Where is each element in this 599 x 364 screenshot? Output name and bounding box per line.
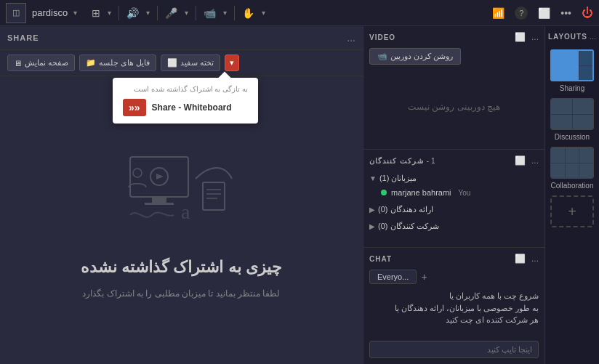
main-container: SHARE ... 🖥 صفحه نمایش 📁 فایل های جلسه ⬜… bbox=[0, 26, 599, 364]
share-illustration: a bbox=[116, 142, 246, 246]
presenters-group: ▶ ارائه دهندگان (0) bbox=[369, 203, 539, 217]
video-section: VIDEO ⬜ ... 📹 روشن کردن دوربین هیچ دوربی… bbox=[363, 26, 544, 150]
layout-collab-thumb bbox=[550, 147, 594, 179]
whiteboard-icon: ⬜ bbox=[167, 58, 177, 68]
hosts-group-header[interactable]: ▼ میزبانان (1) bbox=[369, 171, 539, 185]
camera-icon[interactable]: 📹 bbox=[204, 7, 216, 19]
layout-add-btn[interactable]: + bbox=[550, 195, 594, 227]
participants-header: شرکت کنندگان - 1 ⬜ ... bbox=[369, 155, 539, 166]
window-icon[interactable]: ⬜ bbox=[538, 7, 550, 19]
share-placeholder: a چیزی به اشتراک گذاشته نشده لطفا منتظر … bbox=[81, 142, 281, 299]
video-placeholder-text: هیچ دوربینی روشن نیست bbox=[369, 70, 539, 143]
presenters-chevron: ▶ bbox=[369, 206, 375, 214]
chat-header: CHAT ⬜ ... bbox=[369, 254, 539, 264]
participant-name: marjane bahrami bbox=[391, 188, 451, 197]
attendees-group-header[interactable]: ▶ شرکت کنندگان (0) bbox=[369, 219, 539, 233]
camera-chevron[interactable]: ▾ bbox=[223, 9, 227, 17]
share-main-text: چیزی به اشتراک گذاشته نشده bbox=[81, 258, 281, 277]
share-toolbar: 🖥 صفحه نمایش 📁 فایل های جلسه ⬜ تخته سفید… bbox=[0, 50, 363, 76]
hosts-chevron: ▼ bbox=[369, 174, 377, 182]
mic-chevron[interactable]: ▾ bbox=[185, 9, 188, 17]
app-logo: ◫ bbox=[6, 3, 26, 23]
participants-more-icon[interactable]: ... bbox=[531, 155, 539, 166]
mic-icon[interactable]: 🎤 bbox=[165, 7, 177, 19]
layout-discussion-thumb bbox=[550, 98, 594, 130]
help-icon[interactable]: ? bbox=[515, 7, 528, 20]
brand-name: pardisco bbox=[32, 7, 68, 18]
chat-actions: ⬜ ... bbox=[515, 254, 539, 264]
svg-rect-2 bbox=[145, 203, 174, 205]
share-panel: SHARE ... 🖥 صفحه نمایش 📁 فایل های جلسه ⬜… bbox=[0, 26, 363, 364]
svg-rect-1 bbox=[152, 197, 166, 203]
participants-count: - 1 bbox=[427, 157, 435, 165]
tooltip-whiteboard-item[interactable]: »» Share - Whiteboard bbox=[123, 99, 248, 116]
participants-section: شرکت کنندگان - 1 ⬜ ... ▼ میزبانان (1) ma… bbox=[363, 150, 544, 248]
participant-status-dot bbox=[381, 190, 387, 195]
more-options-icon[interactable]: ••• bbox=[560, 7, 571, 19]
chat-message-2: به طور خصوصی با میزبانان، ارائه دهندگان … bbox=[369, 302, 539, 315]
files-btn[interactable]: 📁 فایل های جلسه bbox=[79, 54, 156, 71]
layouts-title: LAYOUTS bbox=[548, 33, 587, 41]
files-icon: 📁 bbox=[86, 58, 96, 68]
chat-more-icon[interactable]: ... bbox=[531, 254, 539, 264]
layouts-panel: LAYOUTS ... Sharing Discussion bbox=[544, 26, 599, 364]
layout-discussion[interactable]: Discussion bbox=[548, 98, 596, 141]
brand-chevron[interactable]: ▾ bbox=[73, 9, 77, 17]
participant-item: marjane bahrami You bbox=[369, 185, 539, 200]
participants-layout-icon[interactable]: ⬜ bbox=[515, 155, 526, 166]
video-actions: ⬜ ... bbox=[515, 32, 539, 42]
share-header: SHARE ... bbox=[0, 26, 363, 50]
volume-chevron[interactable]: ▾ bbox=[146, 9, 150, 17]
share-title: SHARE bbox=[7, 33, 39, 42]
share-sub-text: لطفا منتظر بمانید تا میزبان مطلبی را به … bbox=[82, 288, 280, 299]
share-dropdown-tooltip: به تازگی به اشتراک گذاشته شده است »» Sha… bbox=[113, 78, 258, 124]
topbar: ◫ pardisco ▾ ⊞ ▾ 🔊 ▾ 🎤 ▾ 📹 ▾ ✋ ▾ 📶 ? ⬜ •… bbox=[0, 0, 599, 26]
chat-input-area bbox=[369, 341, 539, 358]
tooltip-item-label: Share - Whiteboard bbox=[152, 102, 232, 113]
layout-sharing-label: Sharing bbox=[560, 84, 584, 92]
power-icon[interactable]: ⏻ bbox=[582, 7, 593, 20]
hand-icon[interactable]: ✋ bbox=[242, 7, 254, 19]
chat-tabs: Everyo... + bbox=[369, 270, 539, 284]
layouts-more-btn[interactable]: ... bbox=[590, 32, 596, 41]
chat-tab-everyone[interactable]: Everyo... bbox=[369, 270, 417, 284]
layout-add[interactable]: + bbox=[548, 195, 596, 227]
layout-sharing-thumb bbox=[550, 49, 594, 81]
layout-collab-label: Collaboration bbox=[551, 182, 594, 190]
camera-btn-icon: 📹 bbox=[377, 52, 387, 61]
camera-toggle-btn[interactable]: 📹 روشن کردن دوربین bbox=[369, 48, 461, 65]
dropdown-btn[interactable]: ▾ bbox=[225, 54, 239, 71]
chat-title: CHAT bbox=[369, 255, 392, 263]
presenters-group-name: ارائه دهندگان (0) bbox=[378, 205, 433, 214]
screen-icon: 🖥 bbox=[14, 59, 22, 68]
layout-collaboration[interactable]: Collaboration bbox=[548, 147, 596, 190]
hosts-group-name: میزبانان (1) bbox=[379, 174, 417, 183]
video-more-icon[interactable]: ... bbox=[531, 32, 539, 42]
video-header: VIDEO ⬜ ... bbox=[369, 32, 539, 42]
layout-sharing[interactable]: Sharing bbox=[548, 49, 596, 92]
apps-icon[interactable]: ⊞ bbox=[92, 7, 100, 19]
chat-add-btn[interactable]: + bbox=[421, 271, 427, 283]
svg-point-8 bbox=[133, 169, 142, 177]
participants-actions: ⬜ ... bbox=[515, 155, 539, 166]
presenters-group-header[interactable]: ▶ ارائه دهندگان (0) bbox=[369, 203, 539, 217]
attendees-chevron: ▶ bbox=[369, 222, 375, 230]
share-more-btn[interactable]: ... bbox=[347, 32, 355, 44]
svg-rect-3 bbox=[203, 182, 225, 210]
svg-text:a: a bbox=[181, 201, 190, 223]
video-title: VIDEO bbox=[369, 33, 395, 41]
hosts-group: ▼ میزبانان (1) marjane bahrami You bbox=[369, 171, 539, 200]
chat-message-1: شروع چت با همه کاربران یا bbox=[369, 290, 539, 302]
screen-share-btn[interactable]: 🖥 صفحه نمایش bbox=[7, 54, 75, 71]
chat-input[interactable] bbox=[369, 341, 539, 358]
participants-title: شرکت کنندگان bbox=[369, 157, 424, 165]
whiteboard-btn[interactable]: ⬜ تخته سفید bbox=[161, 54, 220, 71]
chat-messages-area: شروع چت با همه کاربران یا به طور خصوصی ب… bbox=[369, 290, 539, 336]
chat-layout-icon[interactable]: ⬜ bbox=[515, 254, 526, 264]
video-layout-icon[interactable]: ⬜ bbox=[515, 32, 526, 42]
hand-chevron[interactable]: ▾ bbox=[262, 9, 265, 17]
volume-icon[interactable]: 🔊 bbox=[126, 7, 139, 19]
attendees-group-name: شرکت کنندگان (0) bbox=[378, 222, 439, 231]
apps-chevron[interactable]: ▾ bbox=[108, 9, 111, 17]
chat-message-3: هر شرکت کننده ای چت کنید bbox=[369, 314, 539, 326]
